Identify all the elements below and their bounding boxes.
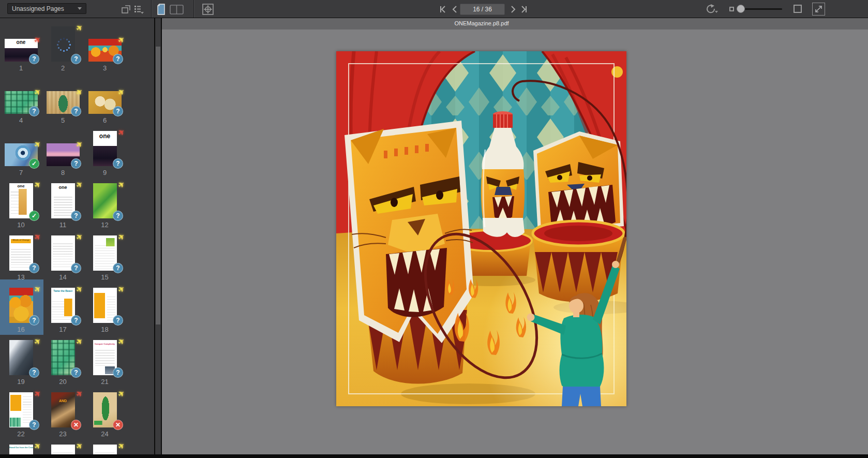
page-number-label: 10 xyxy=(17,221,24,229)
page-thumbnail-2[interactable]: ✈?2 xyxy=(42,20,84,72)
page-number-label: 7 xyxy=(19,169,23,176)
question-badge-icon[interactable]: ? xyxy=(71,54,81,64)
question-badge-icon[interactable]: ? xyxy=(29,106,39,116)
document-page[interactable] xyxy=(336,51,626,406)
page-thumbnail-20[interactable]: ✈?20 xyxy=(42,333,84,386)
thumbnail-image[interactable] xyxy=(51,445,75,454)
page-thumbnail-7[interactable]: ✈✓7 xyxy=(0,124,42,176)
single-page-view-button[interactable] xyxy=(155,4,167,15)
facing-pages-view-button[interactable] xyxy=(169,4,184,15)
thumbnail-page-title: Winds of Change xyxy=(9,239,33,241)
page-number-label: 5 xyxy=(61,116,65,124)
zoom-slider-track[interactable] xyxy=(745,8,782,10)
page-thumbnail-15[interactable]: ✈?15 xyxy=(84,229,126,281)
next-page-button[interactable] xyxy=(507,4,519,15)
plane-badge-icon: ✈ xyxy=(33,284,42,294)
question-badge-icon[interactable]: ? xyxy=(71,211,81,221)
page-thumbnail-23[interactable]: AND✈✕23 xyxy=(42,386,84,438)
list-view-icon xyxy=(133,4,144,14)
pages-dropdown[interactable]: Unassigned Pages xyxy=(7,3,86,14)
question-badge-icon[interactable]: ? xyxy=(113,263,123,273)
page-number-label: 20 xyxy=(59,378,66,386)
zoom-slider-knob[interactable] xyxy=(737,5,745,13)
page-thumbnail-18[interactable]: ✈?18 xyxy=(84,281,126,333)
question-badge-icon[interactable]: ? xyxy=(113,54,123,64)
page-number-field[interactable]: 16 / 36 xyxy=(460,4,505,15)
page-thumbnail-27[interactable]: ✈27 xyxy=(84,438,126,454)
fit-in-window-button[interactable] xyxy=(812,3,825,16)
page-thumbnail-10[interactable]: one✈✓10 xyxy=(0,176,42,229)
question-badge-icon[interactable]: ? xyxy=(113,367,123,378)
page-thumbnail-12[interactable]: ✈?12 xyxy=(84,176,126,229)
x-badge-icon[interactable]: ✕ xyxy=(71,420,81,430)
thumbnail-page-title: Tame the Beast xyxy=(51,289,75,292)
question-badge-icon[interactable]: ? xyxy=(71,367,81,378)
page-thumbnail-9[interactable]: one✈?9 xyxy=(84,124,126,176)
question-badge-icon[interactable]: ? xyxy=(71,106,81,116)
page-thumbnail-14[interactable]: ✈?14 xyxy=(42,229,84,281)
sidebar-scrollbar[interactable] xyxy=(154,18,162,454)
first-page-button[interactable] xyxy=(437,4,448,15)
page-thumbnail-19[interactable]: ✈?19 xyxy=(0,333,42,386)
page-thumbnail-24[interactable]: ✈✕24 xyxy=(84,386,126,438)
x-badge-icon[interactable]: ✕ xyxy=(113,420,123,430)
preview-canvas[interactable] xyxy=(162,29,868,454)
page-thumbnail-21[interactable]: Conquer Complexity✈?21 xyxy=(84,333,126,386)
question-badge-icon[interactable]: ? xyxy=(71,263,81,273)
zoom-out-icon[interactable] xyxy=(729,7,734,11)
list-view-button[interactable] xyxy=(133,4,144,15)
page-thumbnail-16[interactable]: ✈?16 xyxy=(0,281,42,333)
question-badge-icon[interactable]: ? xyxy=(29,315,39,326)
question-badge-icon[interactable]: ? xyxy=(29,54,39,64)
page-thumbnail-1[interactable]: one✈?1 xyxy=(0,20,42,72)
page-thumbnail-22[interactable]: ✈?22 xyxy=(0,386,42,438)
page-number-label: 22 xyxy=(17,430,24,438)
page-thumbnail-13[interactable]: Winds of Change✈?13 xyxy=(0,229,42,281)
previous-page-button[interactable] xyxy=(449,4,460,15)
question-badge-icon[interactable]: ? xyxy=(113,211,123,221)
page-thumbnail-26[interactable]: ✈26 xyxy=(42,438,84,454)
page-number-label: 15 xyxy=(101,273,108,281)
check-badge-icon[interactable]: ✓ xyxy=(29,158,39,169)
registration-target-button[interactable] xyxy=(202,4,214,15)
question-badge-icon[interactable]: ? xyxy=(113,158,123,169)
thumbnail-image[interactable]: Stand Out from the Crowd xyxy=(9,445,33,454)
page-thumbnail-6[interactable]: ✈?6 xyxy=(84,72,126,124)
pages-panel: one✈?1✈?2✈?3✈?4✈?5✈?6✈✓7✈?8one✈?9one✈✓10… xyxy=(0,18,154,454)
thumbnail-page-title: one xyxy=(5,39,38,45)
page-thumbnail-17[interactable]: Tame the Beast✈?17 xyxy=(42,281,84,333)
document-page-illustration xyxy=(336,51,626,406)
question-badge-icon[interactable]: ? xyxy=(71,315,81,326)
question-badge-icon[interactable]: ? xyxy=(71,158,81,169)
check-badge-icon[interactable]: ✓ xyxy=(29,211,39,221)
thumbnail-image[interactable] xyxy=(93,445,117,454)
last-page-button[interactable] xyxy=(518,4,530,15)
page-thumbnail-5[interactable]: ✈?5 xyxy=(42,72,84,124)
page-thumbnail-3[interactable]: ✈?3 xyxy=(84,20,126,72)
page-thumbnail-4[interactable]: ✈?4 xyxy=(0,72,42,124)
page-thumbnail-11[interactable]: one✈?11 xyxy=(42,176,84,229)
question-badge-icon[interactable]: ? xyxy=(29,263,39,273)
plane-badge-icon: ✈ xyxy=(116,284,126,294)
rotate-page-button[interactable] xyxy=(704,4,719,15)
toolbar-separator xyxy=(193,0,194,18)
plane-badge-icon: ✈ xyxy=(74,284,84,294)
plane-badge-icon: ✈ xyxy=(116,441,126,451)
float-panel-button[interactable] xyxy=(121,4,132,15)
page-thumbnail-8[interactable]: ✈?8 xyxy=(42,124,84,176)
page-number-label: 6 xyxy=(103,116,107,124)
plane-badge-icon: ✈ xyxy=(74,336,84,347)
page-thumbnail-25[interactable]: Stand Out from the Crowd✈25 xyxy=(0,438,42,454)
plane-badge-icon: ✈ xyxy=(74,232,84,242)
plane-badge-icon: ✈ xyxy=(116,336,126,347)
question-badge-icon[interactable]: ? xyxy=(29,420,39,430)
rotate-icon xyxy=(704,4,719,14)
thumbnail-page-title: one xyxy=(51,185,75,190)
plane-badge-icon: ✈ xyxy=(74,23,84,33)
question-badge-icon[interactable]: ? xyxy=(29,367,39,378)
sidebar-scrollbar-thumb[interactable] xyxy=(156,47,160,324)
question-badge-icon[interactable]: ? xyxy=(113,106,123,116)
fit-page-icon[interactable] xyxy=(794,5,802,13)
question-badge-icon[interactable]: ? xyxy=(113,315,123,326)
page-number-label: 12 xyxy=(101,221,108,229)
